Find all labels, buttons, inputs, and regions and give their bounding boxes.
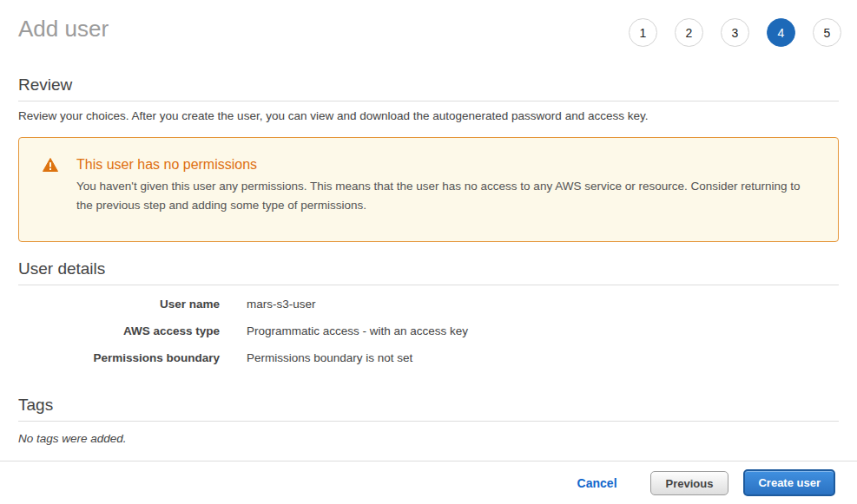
wizard-header: Add user 1 2 3 4 5: [18, 0, 839, 47]
tags-heading: Tags: [18, 396, 839, 422]
detail-value: mars-s3-user: [247, 298, 316, 311]
detail-row-permissions-boundary: Permissions boundary Permissions boundar…: [18, 344, 839, 371]
review-section: Review Review your choices. After you cr…: [18, 75, 839, 122]
detail-label: Permissions boundary: [18, 351, 220, 364]
detail-value: Permissions boundary is not set: [247, 351, 412, 364]
user-details-heading: User details: [18, 259, 839, 285]
step-2[interactable]: 2: [675, 18, 703, 47]
review-heading: Review: [18, 75, 839, 101]
tags-empty-text: No tags were added.: [18, 432, 839, 445]
step-4-label: 4: [778, 26, 785, 40]
step-3[interactable]: 3: [721, 18, 749, 47]
warning-body: You haven't given this user any permissi…: [76, 177, 815, 215]
step-5-label: 5: [824, 26, 831, 40]
cancel-button[interactable]: Cancel: [577, 476, 617, 490]
detail-label: User name: [18, 298, 220, 311]
user-details-section: User details User name mars-s3-user AWS …: [18, 259, 839, 371]
detail-value: Programmatic access - with an access key: [247, 324, 468, 337]
step-5[interactable]: 5: [813, 18, 841, 47]
user-details-rows: User name mars-s3-user AWS access type P…: [18, 291, 839, 371]
step-2-label: 2: [686, 26, 693, 40]
detail-label: AWS access type: [18, 324, 220, 337]
step-1[interactable]: 1: [629, 18, 657, 47]
previous-button[interactable]: Previous: [650, 471, 729, 495]
warning-title: This user has no permissions: [76, 156, 815, 173]
step-3-label: 3: [732, 26, 739, 40]
detail-row-access-type: AWS access type Programmatic access - wi…: [18, 317, 839, 344]
tags-section: Tags No tags were added.: [18, 396, 839, 445]
step-indicator: 1 2 3 4 5: [629, 18, 841, 47]
warning-triangle-icon: [43, 156, 76, 215]
no-permissions-warning: This user has no permissions You haven't…: [18, 137, 839, 242]
review-description: Review your choices. After you create th…: [18, 109, 839, 122]
step-1-label: 1: [640, 26, 647, 40]
create-user-button[interactable]: Create user: [743, 469, 835, 496]
step-4-current[interactable]: 4: [767, 18, 795, 47]
page-title: Add user: [18, 16, 109, 42]
detail-row-user-name: User name mars-s3-user: [18, 291, 839, 317]
wizard-footer: Cancel Previous Create user: [0, 461, 857, 504]
warning-text-block: This user has no permissions You haven't…: [76, 156, 815, 215]
